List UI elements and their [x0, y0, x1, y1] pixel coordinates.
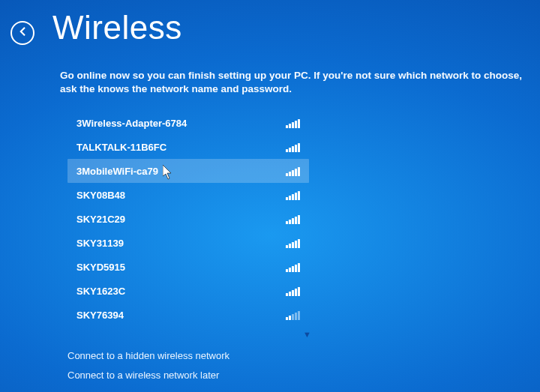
signal-strength-icon [286, 238, 300, 248]
network-name: SKY08B48 [76, 190, 125, 201]
back-button[interactable] [10, 21, 34, 45]
network-row[interactable]: SKY08B48 [68, 183, 309, 207]
network-row[interactable]: SKY76394 [68, 303, 309, 327]
signal-strength-icon [286, 118, 300, 128]
signal-strength-icon [286, 262, 300, 272]
network-row[interactable]: SKY1623C [68, 279, 309, 303]
signal-strength-icon [286, 142, 300, 152]
scroll-down-icon[interactable]: ▼ [303, 330, 311, 339]
network-row[interactable]: 3MobileWiFi-ca79 [68, 159, 309, 183]
network-name: SKY21C29 [76, 214, 125, 225]
network-name: SKYD5915 [76, 262, 125, 273]
alt-links: Connect to a hidden wireless network Con… [68, 346, 230, 385]
network-name: TALKTALK-11B6FC [76, 142, 166, 153]
network-name: 3Wireless-Adapter-6784 [76, 118, 187, 129]
signal-strength-icon [286, 310, 300, 320]
network-name: SKY1623C [76, 286, 125, 297]
network-row[interactable]: 3Wireless-Adapter-6784 [68, 111, 309, 135]
network-name: SKY76394 [76, 310, 124, 321]
network-list: 3Wireless-Adapter-6784TALKTALK-11B6FC3Mo… [68, 111, 309, 327]
network-name: SKY31139 [76, 238, 124, 249]
signal-strength-icon [286, 190, 300, 200]
network-row[interactable]: SKY21C29 [68, 207, 309, 231]
network-row[interactable]: SKY31139 [68, 231, 309, 255]
network-row[interactable]: SKYD5915 [68, 255, 309, 279]
header: Wireless [10, 9, 182, 46]
signal-strength-icon [286, 166, 300, 176]
signal-strength-icon [286, 286, 300, 296]
network-row[interactable]: TALKTALK-11B6FC [68, 135, 309, 159]
connect-hidden-link[interactable]: Connect to a hidden wireless network [68, 346, 230, 366]
back-arrow-icon [16, 25, 29, 41]
signal-strength-icon [286, 214, 300, 224]
network-name: 3MobileWiFi-ca79 [76, 166, 158, 177]
connect-later-link[interactable]: Connect to a wireless network later [68, 366, 230, 385]
page-description: Go online now so you can finish setting … [60, 69, 540, 96]
page-title: Wireless [52, 9, 182, 46]
